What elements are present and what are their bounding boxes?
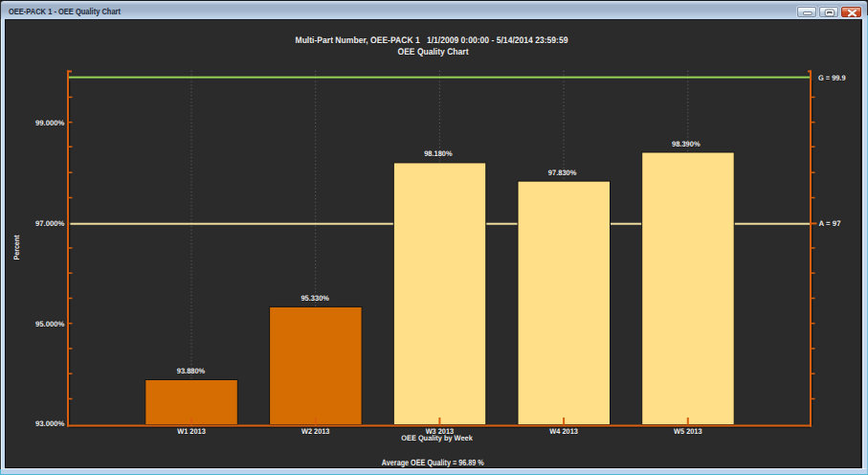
svg-text:97.830%: 97.830% <box>548 169 577 177</box>
svg-text:Multi-Part Number, OEE-PACK 1: Multi-Part Number, OEE-PACK 1 1/1/2009 0… <box>296 35 568 46</box>
svg-text:W2 2013: W2 2013 <box>301 427 330 436</box>
svg-text:OEE-PACK 1 - OEE Quality Chart: OEE-PACK 1 - OEE Quality Chart <box>9 6 122 16</box>
svg-text:W1 2013: W1 2013 <box>177 427 206 436</box>
svg-text:95.000%: 95.000% <box>35 320 65 328</box>
svg-text:97.000%: 97.000% <box>35 219 65 228</box>
svg-text:W5 2013: W5 2013 <box>674 427 702 436</box>
svg-text:98.180%: 98.180% <box>424 149 453 158</box>
svg-text:Average OEE Quality = 96.89 %: Average OEE Quality = 96.89 % <box>382 458 484 467</box>
svg-text:OEE Quality by Week: OEE Quality by Week <box>401 434 473 442</box>
svg-text:93.880%: 93.880% <box>177 367 206 375</box>
svg-text:93.000%: 93.000% <box>35 419 65 428</box>
svg-text:G = 99.9: G = 99.9 <box>818 74 846 82</box>
svg-text:Percent: Percent <box>12 235 21 260</box>
svg-text:OEE Quality Chart: OEE Quality Chart <box>398 47 470 57</box>
svg-text:98.390%: 98.390% <box>672 140 701 148</box>
svg-text:95.330%: 95.330% <box>300 294 329 303</box>
svg-text:99.000%: 99.000% <box>35 119 65 127</box>
svg-text:W4 2013: W4 2013 <box>549 427 578 436</box>
svg-text:A = 97: A = 97 <box>819 219 842 228</box>
